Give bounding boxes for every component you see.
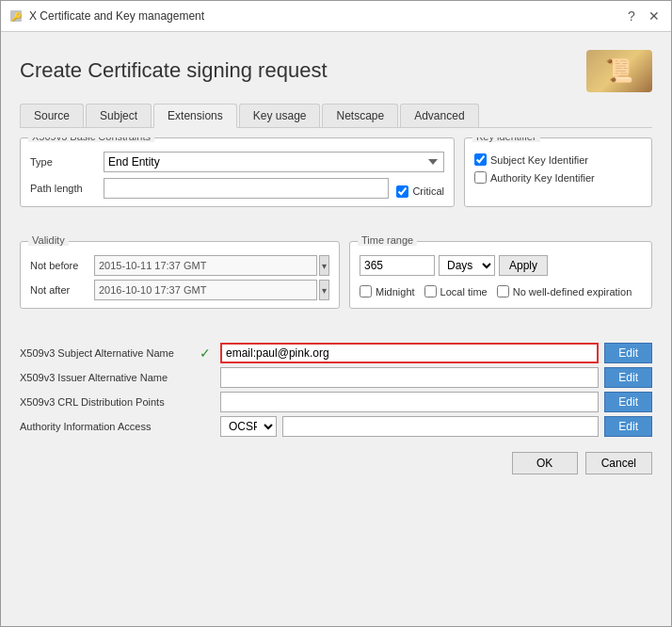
path-length-label: Path length bbox=[30, 183, 96, 194]
cert-logo bbox=[577, 47, 652, 94]
crl-input[interactable] bbox=[220, 392, 599, 412]
no-expiration-checkbox[interactable] bbox=[497, 285, 509, 297]
tabs-bar: Source Subject Extensions Key usage Nets… bbox=[20, 104, 652, 128]
validity-title: Validity bbox=[28, 234, 69, 246]
main-area: X509v3 Basic Constraints Type End Entity… bbox=[20, 137, 652, 615]
san-input[interactable] bbox=[220, 343, 599, 363]
san-edit-button[interactable]: Edit bbox=[604, 343, 652, 363]
no-expiration-label: No well-defined expiration bbox=[513, 286, 632, 297]
type-row: Type End Entity CA bbox=[30, 152, 444, 172]
issuer-edit-button[interactable]: Edit bbox=[604, 367, 652, 388]
critical-label: Critical bbox=[412, 185, 444, 197]
key-identifier-title: Key identifier bbox=[472, 137, 540, 142]
spacer1 bbox=[20, 215, 652, 233]
help-button[interactable]: ? bbox=[622, 7, 641, 25]
time-range-bottom: Midnight Local time No well-defined expi… bbox=[360, 280, 642, 297]
crl-label: X509v3 CRL Distribution Points bbox=[20, 396, 194, 408]
subject-key-label: Subject Key Identifier bbox=[490, 154, 588, 166]
aia-label: Authority Information Access bbox=[20, 421, 194, 432]
crl-row: X509v3 CRL Distribution Points Edit bbox=[20, 392, 652, 412]
midnight-row[interactable]: Midnight bbox=[360, 285, 415, 297]
ok-button[interactable]: OK bbox=[512, 452, 578, 474]
bottom-bar: OK Cancel bbox=[20, 444, 652, 478]
cancel-button[interactable]: Cancel bbox=[585, 452, 652, 474]
path-length-input[interactable] bbox=[104, 178, 389, 199]
top-row: X509v3 Basic Constraints Type End Entity… bbox=[20, 137, 652, 207]
basic-constraints-group: X509v3 Basic Constraints Type End Entity… bbox=[20, 137, 455, 207]
time-range-inner: Days Months Years Apply Midnight bbox=[360, 255, 642, 297]
subject-key-checkbox[interactable] bbox=[474, 153, 487, 166]
page-title: Create Certificate signing request bbox=[20, 58, 328, 83]
spacer2 bbox=[20, 316, 652, 335]
tab-key-usage[interactable]: Key usage bbox=[239, 104, 321, 127]
crl-edit-button[interactable]: Edit bbox=[604, 392, 652, 412]
time-range-title: Time range bbox=[358, 234, 417, 246]
not-before-label: Not before bbox=[30, 260, 87, 271]
app-icon: 🔑 bbox=[8, 8, 24, 24]
close-button[interactable]: ✕ bbox=[645, 7, 664, 25]
san-section: X509v3 Subject Alternative Name ✓ Edit X… bbox=[20, 343, 652, 437]
svg-text:🔑: 🔑 bbox=[11, 11, 23, 23]
key-identifier-group: Key identifier Subject Key Identifier Au… bbox=[464, 137, 652, 207]
not-after-field: Not after ▾ bbox=[30, 280, 329, 300]
not-after-input-wrap: ▾ bbox=[94, 280, 329, 300]
title-bar-controls: ? ✕ bbox=[622, 7, 664, 25]
validity-inner: Not before ▾ Not after ▾ bbox=[30, 255, 329, 300]
type-label: Type bbox=[30, 156, 96, 168]
not-before-field: Not before ▾ bbox=[30, 255, 329, 276]
cert-image bbox=[586, 50, 652, 92]
validity-row: Validity Not before ▾ Not after bbox=[20, 241, 652, 309]
local-time-row[interactable]: Local time bbox=[424, 285, 488, 297]
no-expiration-row[interactable]: No well-defined expiration bbox=[497, 285, 632, 297]
window-content: Create Certificate signing request Sourc… bbox=[1, 32, 671, 626]
title-bar-text: X Certificate and Key management bbox=[29, 9, 616, 23]
time-range-unit-select[interactable]: Days Months Years bbox=[439, 255, 495, 276]
time-range-group: Time range Days Months Years Apply bbox=[349, 241, 652, 309]
issuer-label: X509v3 Issuer Alternative Name bbox=[20, 372, 194, 383]
not-after-arrow[interactable]: ▾ bbox=[319, 280, 329, 300]
not-after-input[interactable] bbox=[94, 280, 317, 300]
title-bar: 🔑 X Certificate and Key management ? ✕ bbox=[1, 1, 671, 32]
issuer-input[interactable] bbox=[220, 367, 599, 388]
not-before-input[interactable] bbox=[94, 255, 317, 276]
tab-subject[interactable]: Subject bbox=[86, 104, 152, 127]
critical-checkbox[interactable] bbox=[396, 185, 408, 198]
tab-source[interactable]: Source bbox=[20, 104, 84, 127]
window-title-row: Create Certificate signing request bbox=[20, 47, 652, 94]
local-time-checkbox[interactable] bbox=[424, 285, 437, 297]
critical-checkbox-row[interactable]: Critical bbox=[396, 185, 444, 198]
issuer-row: X509v3 Issuer Alternative Name Edit bbox=[20, 367, 652, 388]
local-time-label: Local time bbox=[440, 286, 488, 297]
san-label: X509v3 Subject Alternative Name bbox=[20, 347, 194, 359]
tab-advanced[interactable]: Advanced bbox=[400, 104, 478, 127]
tab-netscape[interactable]: Netscape bbox=[322, 104, 398, 127]
type-select[interactable]: End Entity CA bbox=[104, 152, 444, 172]
not-before-arrow[interactable]: ▾ bbox=[319, 255, 329, 276]
aia-edit-button[interactable]: Edit bbox=[604, 416, 652, 437]
subject-key-row[interactable]: Subject Key Identifier bbox=[474, 153, 642, 166]
basic-constraints-title: X509v3 Basic Constraints bbox=[28, 137, 154, 142]
authority-key-label: Authority Key Identifier bbox=[490, 172, 595, 184]
san-row: X509v3 Subject Alternative Name ✓ Edit bbox=[20, 343, 652, 363]
authority-key-row[interactable]: Authority Key Identifier bbox=[474, 171, 642, 184]
not-after-label: Not after bbox=[30, 284, 87, 296]
validity-group: Validity Not before ▾ Not after bbox=[20, 241, 340, 309]
authority-key-checkbox[interactable] bbox=[474, 171, 487, 184]
midnight-label: Midnight bbox=[376, 286, 415, 297]
time-range-top: Days Months Years Apply bbox=[360, 255, 642, 276]
aia-row: Authority Information Access OCSP CA Iss… bbox=[20, 416, 652, 437]
time-range-value-input[interactable] bbox=[360, 255, 435, 276]
path-length-row: Path length Critical bbox=[30, 178, 444, 199]
apply-button[interactable]: Apply bbox=[499, 255, 548, 276]
main-window: 🔑 X Certificate and Key management ? ✕ C… bbox=[0, 0, 672, 627]
aia-input[interactable] bbox=[282, 416, 599, 437]
tab-extensions[interactable]: Extensions bbox=[153, 104, 237, 128]
aia-ocsp-select[interactable]: OCSP CA Issuers bbox=[220, 416, 277, 437]
san-checkmark-icon: ✓ bbox=[200, 346, 215, 361]
midnight-checkbox[interactable] bbox=[360, 285, 372, 297]
not-before-input-wrap: ▾ bbox=[94, 255, 329, 276]
